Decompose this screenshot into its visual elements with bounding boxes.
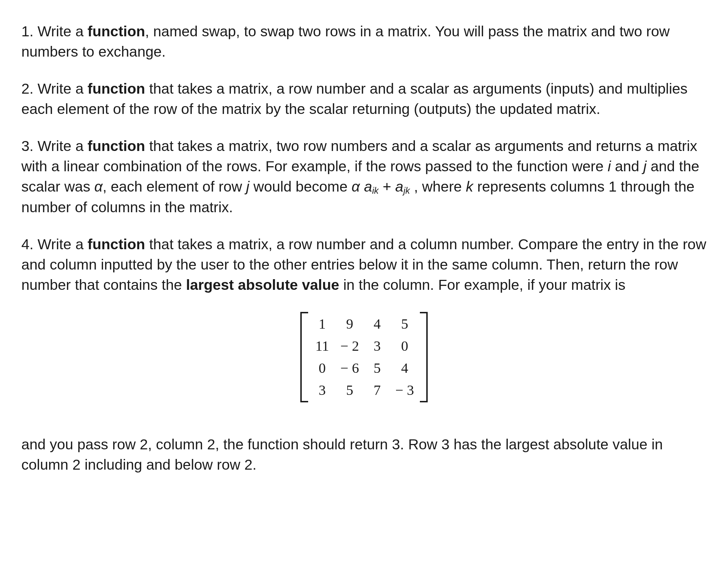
matrix-grid: 1 9 4 5 11 − 2 3 0 0 − 6 5 4 3 5 7 − 3 [308, 312, 420, 402]
var-alpha: α [352, 178, 360, 195]
text: in the column. For example, if your matr… [339, 277, 625, 293]
matrix-display: 1 9 4 5 11 − 2 3 0 0 − 6 5 4 3 5 7 − 3 [21, 312, 707, 402]
subscript-ik: ik [372, 186, 379, 196]
text: , each element of row [102, 178, 246, 195]
function-keyword: function [88, 80, 145, 97]
matrix-cell: 1 [314, 314, 330, 334]
bracket-left-icon [300, 312, 308, 402]
problem-2: 2. Write a function that takes a matrix,… [21, 79, 707, 120]
text: + [379, 178, 395, 195]
matrix-cell: 7 [369, 380, 385, 400]
problem-4: 4. Write a function that takes a matrix,… [21, 234, 707, 296]
matrix-cell: 0 [395, 336, 414, 356]
matrix-cell: 9 [340, 314, 359, 334]
var-a: a [364, 178, 372, 195]
matrix-cell: − 3 [395, 380, 414, 400]
text: , [410, 178, 418, 195]
matrix-cell: 3 [314, 380, 330, 400]
var-k: k [466, 178, 473, 195]
bracket-right-icon [420, 312, 428, 402]
text: would become [249, 178, 352, 195]
matrix-cell: 0 [314, 358, 330, 378]
text [360, 178, 364, 195]
matrix-cell: 11 [314, 336, 330, 356]
function-keyword: function [88, 23, 145, 40]
matrix-cell: 5 [369, 358, 385, 378]
matrix-cell: − 6 [340, 358, 359, 378]
text: and you pass row 2, column 2, the functi… [21, 436, 663, 473]
var-alpha: α [94, 178, 102, 195]
problem-1: 1. Write a function, named swap, to swap… [21, 21, 707, 62]
var-j: j [643, 158, 647, 174]
matrix-cell: 3 [369, 336, 385, 356]
text: Write a [38, 236, 88, 252]
matrix: 1 9 4 5 11 − 2 3 0 0 − 6 5 4 3 5 7 − 3 [300, 312, 427, 402]
problem-4-tail: and you pass row 2, column 2, the functi… [21, 434, 707, 475]
matrix-cell: 4 [369, 314, 385, 334]
matrix-cell: − 2 [340, 336, 359, 356]
var-i: i [608, 158, 611, 174]
emphasis: largest absolute value [186, 277, 339, 293]
text: Write a [38, 138, 88, 154]
text: Write a [38, 80, 88, 97]
problem-3: 3. Write a function that takes a matrix,… [21, 136, 707, 218]
problem-number: 4. [21, 236, 38, 252]
var-j: j [246, 178, 249, 195]
document-page: 1. Write a function, named swap, to swap… [0, 0, 728, 564]
function-keyword: function [88, 138, 145, 154]
problem-number: 3. [21, 138, 38, 154]
text: where [418, 178, 466, 195]
matrix-cell: 5 [395, 314, 414, 334]
problem-number: 2. [21, 80, 38, 97]
matrix-cell: 5 [340, 380, 359, 400]
text: Write a [38, 23, 88, 40]
matrix-cell: 4 [395, 358, 414, 378]
var-a: a [395, 178, 403, 195]
text: and [611, 158, 643, 174]
problem-number: 1. [21, 23, 38, 40]
subscript-jk: jk [403, 186, 410, 196]
function-keyword: function [88, 236, 145, 252]
